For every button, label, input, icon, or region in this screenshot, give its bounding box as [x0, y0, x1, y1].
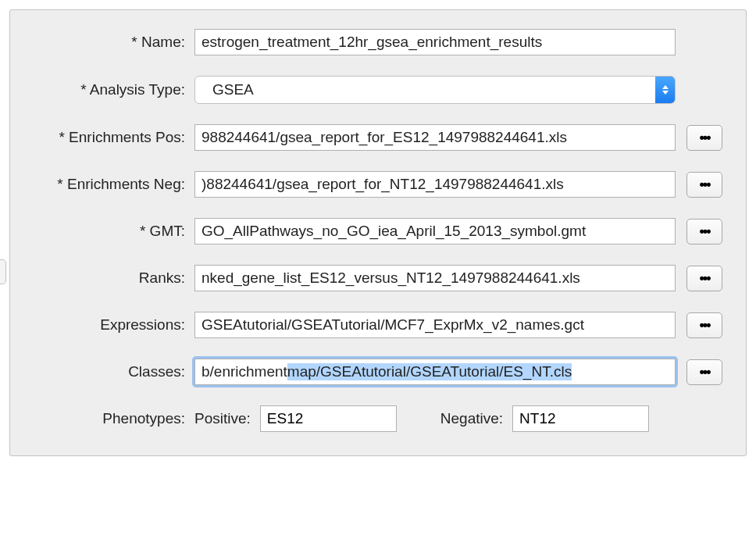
row-expressions: Expressions: ••• [34, 312, 722, 338]
enrich-neg-browse-button[interactable]: ••• [686, 172, 722, 198]
enrich-neg-input[interactable] [194, 171, 676, 198]
label-gmt: * GMT: [34, 223, 194, 240]
label-negative: Negative: [440, 410, 503, 427]
row-name: * Name: [34, 29, 722, 55]
label-ranks: Ranks: [34, 270, 194, 287]
classes-input[interactable]: b/enrichmentmap/GSEAtutorial/GSEATutoria… [194, 359, 676, 385]
row-classes: Classes: b/enrichmentmap/GSEAtutorial/GS… [34, 359, 722, 385]
classes-text-pre: b/enrichment [201, 363, 287, 380]
ranks-browse-button[interactable]: ••• [686, 266, 722, 291]
label-phenotypes: Phenotypes: [34, 410, 194, 427]
expressions-browse-button[interactable]: ••• [686, 312, 722, 338]
classes-browse-button[interactable]: ••• [686, 359, 722, 385]
updown-icon [655, 77, 675, 103]
gmt-browse-button[interactable]: ••• [686, 219, 722, 245]
label-name: * Name: [34, 34, 194, 51]
label-enrich-pos: * Enrichments Pos: [34, 129, 194, 146]
label-classes: Classes: [34, 363, 194, 380]
row-analysis-type: * Analysis Type: GSEA [34, 76, 722, 104]
label-enrich-neg: * Enrichments Neg: [34, 176, 194, 193]
label-analysis-type: * Analysis Type: [34, 81, 194, 98]
phen-negative-input[interactable] [512, 405, 649, 432]
side-collapsed-tab[interactable] [0, 259, 6, 284]
classes-text-selection: map/GSEAtutorial/GSEATutorial/ES_NT.cls [287, 363, 572, 380]
row-ranks: Ranks: ••• [34, 265, 722, 291]
analysis-type-select[interactable]: GSEA [194, 76, 676, 104]
enrich-pos-browse-button[interactable]: ••• [686, 125, 722, 151]
label-positive: Positive: [194, 410, 251, 427]
label-expressions: Expressions: [34, 316, 194, 334]
enrich-pos-input[interactable] [194, 124, 676, 151]
gmt-input[interactable] [194, 218, 676, 245]
analysis-type-value: GSEA [212, 81, 254, 98]
row-phenotypes: Phenotypes: Positive: Negative: [34, 405, 722, 432]
phen-positive-input[interactable] [260, 405, 397, 432]
ranks-input[interactable] [194, 265, 676, 291]
name-input[interactable] [194, 29, 676, 55]
row-gmt: * GMT: ••• [34, 218, 722, 245]
row-enrich-pos: * Enrichments Pos: ••• [34, 124, 722, 151]
row-enrich-neg: * Enrichments Neg: ••• [34, 171, 722, 198]
expressions-input[interactable] [194, 312, 676, 338]
form-panel: * Name: * Analysis Type: GSEA * Enrichme… [9, 9, 747, 456]
